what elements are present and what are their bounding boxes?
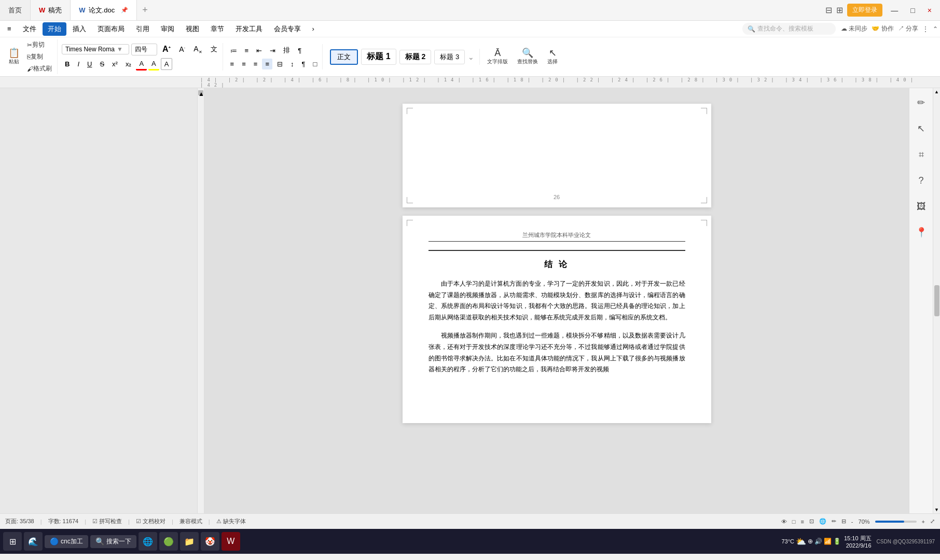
font-color-button[interactable]: A bbox=[136, 58, 147, 71]
text-layout-button[interactable]: Ā 文字排版 bbox=[484, 47, 511, 66]
font-shrink-button[interactable]: A- bbox=[176, 44, 188, 55]
menu-search-box[interactable]: 🔍 查找命令、搜索模板 bbox=[742, 23, 836, 35]
find-replace-button[interactable]: 🔍 查找替换 bbox=[514, 47, 541, 66]
spell-check-status[interactable]: ☑ 拼写检查 bbox=[92, 517, 122, 525]
menu-references[interactable]: 引用 bbox=[131, 22, 155, 36]
view-icon-web[interactable]: ⊡ bbox=[809, 518, 814, 525]
taskbar-search[interactable]: 🔍 搜索一下 bbox=[90, 535, 136, 548]
grid-icon[interactable]: ⊞ bbox=[836, 5, 843, 15]
fullscreen-button[interactable]: ⤢ bbox=[930, 518, 935, 525]
collab-button[interactable]: 🤝 协作 bbox=[872, 24, 893, 33]
scroll-up-btn[interactable]: ▲ bbox=[934, 89, 939, 94]
columns-button[interactable]: ⊟ bbox=[274, 59, 286, 69]
phonetic-button[interactable]: 文 bbox=[208, 43, 220, 55]
view-icon-crop[interactable]: ⊟ bbox=[841, 518, 846, 525]
tray-icon-1[interactable]: ⊕ bbox=[808, 538, 813, 545]
view-icon-pen[interactable]: ✏ bbox=[832, 518, 836, 525]
paragraph-2[interactable]: 视频播放器制作期间，我也遇到过一些难题，模块拆分不够精细，以及数据表需要设计几张… bbox=[428, 330, 685, 375]
zoom-slider[interactable] bbox=[875, 521, 917, 523]
zoom-in-button[interactable]: + bbox=[922, 519, 925, 525]
location-tool-button[interactable]: 📍 bbox=[912, 223, 931, 242]
compat-mode[interactable]: 兼容模式 bbox=[179, 517, 202, 525]
tray-icon-4[interactable]: 🔋 bbox=[833, 538, 841, 545]
close-button[interactable]: × bbox=[923, 6, 936, 15]
taskbar-explorer[interactable]: 📁 bbox=[180, 532, 199, 551]
taskbar-ie[interactable]: 🌐 bbox=[139, 532, 157, 551]
new-tab-button[interactable]: + bbox=[137, 5, 153, 16]
paragraph-1[interactable]: 由于本人学习的是计算机方面的专业，学习了一定的开发知识，因此，对于开发一款已经确… bbox=[428, 278, 685, 323]
taskbar-app-joker[interactable]: 🤡 bbox=[201, 532, 219, 551]
indent-decrease-button[interactable]: ⇤ bbox=[253, 45, 265, 56]
login-button[interactable]: 立即登录 bbox=[847, 4, 882, 17]
doc-check-status[interactable]: ☑ 文档校对 bbox=[136, 517, 165, 525]
more-button[interactable]: ⋮ bbox=[922, 25, 929, 33]
select-button[interactable]: ↖ 选择 bbox=[544, 47, 561, 66]
italic-button[interactable]: I bbox=[74, 59, 82, 69]
underline-button[interactable]: U bbox=[84, 59, 95, 69]
tab-doc[interactable]: W 论文.doc 📌 bbox=[71, 0, 137, 20]
scroll-down-btn[interactable]: ▼ bbox=[934, 507, 939, 512]
bullet-list-button[interactable]: ≔ bbox=[227, 45, 240, 56]
cut-button[interactable]: ✂ 剪切 bbox=[24, 39, 55, 50]
highlight-button[interactable]: A bbox=[148, 58, 159, 71]
pen-tool-button[interactable]: ✏ bbox=[912, 93, 931, 112]
taskbar-app-wave[interactable]: 🌊 bbox=[24, 532, 43, 551]
menu-page-layout[interactable]: 页面布局 bbox=[92, 22, 130, 36]
minimize-button[interactable]: — bbox=[887, 6, 902, 15]
scroll-up-arrow[interactable]: ▲ bbox=[198, 90, 203, 95]
align-center-button[interactable]: ≡ bbox=[239, 59, 249, 69]
styles-more-icon[interactable]: ⌄ bbox=[468, 53, 474, 61]
image-tool-button[interactable]: 🖼 bbox=[912, 197, 931, 216]
menu-vip[interactable]: 会员专享 bbox=[269, 22, 306, 36]
line-spacing-button[interactable]: ↕ bbox=[287, 59, 297, 69]
align-left-button[interactable]: ≡ bbox=[227, 59, 238, 69]
font-grow-button[interactable]: A+ bbox=[159, 43, 174, 55]
menu-file[interactable]: 文件 bbox=[18, 22, 42, 36]
cursor-tool-button[interactable]: ↖ bbox=[912, 119, 931, 138]
indent-increase-button[interactable]: ⇥ bbox=[267, 45, 279, 56]
paragraph-mark-button[interactable]: ¶ bbox=[298, 59, 308, 69]
right-scrollbar[interactable]: ▲ ▼ bbox=[933, 88, 940, 513]
left-scrollbar[interactable]: ▲ bbox=[197, 88, 204, 513]
view-icon-print[interactable]: □ bbox=[792, 519, 796, 525]
menu-hamburger[interactable]: ≡ bbox=[2, 23, 17, 35]
format-brush-button[interactable]: 🖌 格式刷 bbox=[24, 63, 55, 74]
document-scroll-area[interactable]: 26 兰州城市学院本科毕业论文 结 论 由于本人学习的是计算机方面的专业， bbox=[204, 88, 909, 513]
style-h2[interactable]: 标题 2 bbox=[399, 50, 432, 64]
text-border-button[interactable]: A bbox=[161, 58, 173, 70]
border-button[interactable]: □ bbox=[310, 59, 320, 69]
copy-button[interactable]: ⎘ 复制 bbox=[24, 51, 55, 62]
menu-chapter[interactable]: 章节 bbox=[205, 22, 229, 36]
menu-start[interactable]: 开始 bbox=[43, 22, 66, 36]
clock-display[interactable]: 15:10 周五 2022/9/16 bbox=[844, 535, 872, 549]
taskbar-browser-2[interactable]: 🟢 bbox=[159, 532, 178, 551]
layout-icon[interactable]: ⊟ bbox=[825, 5, 832, 15]
menu-review[interactable]: 审阅 bbox=[156, 22, 179, 36]
align-justify-button[interactable]: ≡ bbox=[262, 59, 272, 69]
paste-button[interactable]: 📋 粘贴 bbox=[5, 47, 23, 66]
view-icon-read[interactable]: 👁 bbox=[781, 519, 787, 525]
font-size-selector[interactable]: 四号 bbox=[131, 44, 157, 55]
help-tool-button[interactable]: ? bbox=[912, 171, 931, 190]
sort-button[interactable]: 排 bbox=[280, 44, 293, 57]
weather-icon[interactable]: ⛅ bbox=[796, 537, 806, 547]
menu-insert[interactable]: 插入 bbox=[67, 22, 91, 36]
taskbar-browser-1[interactable]: 🔵 cnc加工 bbox=[45, 535, 88, 548]
strikethrough-button[interactable]: S bbox=[96, 59, 107, 69]
scroll-thumb[interactable] bbox=[934, 285, 939, 316]
tab-wps[interactable]: W 稿壳 bbox=[31, 0, 71, 20]
share-button[interactable]: ↗ 分享 bbox=[898, 24, 918, 33]
subscript-button[interactable]: x₂ bbox=[122, 59, 135, 69]
menu-devtools[interactable]: 开发工具 bbox=[230, 22, 268, 36]
tab-home[interactable]: 首页 bbox=[0, 0, 31, 20]
missing-font[interactable]: ⚠ 缺失字体 bbox=[216, 517, 246, 525]
show-para-button[interactable]: ¶ bbox=[295, 45, 305, 56]
superscript-button[interactable]: x² bbox=[109, 59, 121, 69]
view-icon-outline[interactable]: ≡ bbox=[800, 519, 804, 525]
menu-more[interactable]: › bbox=[307, 23, 320, 35]
zoom-out-button[interactable]: - bbox=[851, 519, 853, 525]
numbered-list-button[interactable]: ≡ bbox=[242, 45, 252, 56]
bold-button[interactable]: B bbox=[62, 59, 73, 69]
start-button[interactable]: ⊞ bbox=[3, 532, 22, 551]
style-h1[interactable]: 标题 1 bbox=[361, 49, 396, 65]
